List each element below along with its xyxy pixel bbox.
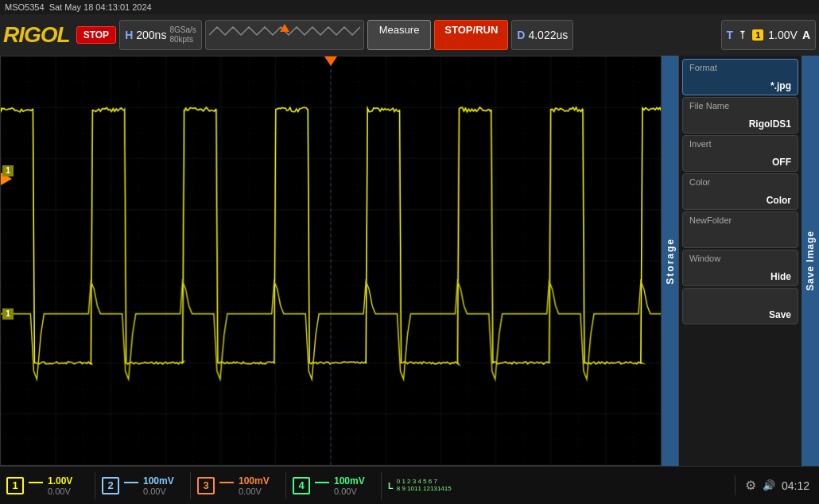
speaker-icon: 🔊 (763, 479, 775, 491)
ch1-offset: 0.00V (48, 487, 72, 496)
right-panel: Storage Format *.jpg File Name RigolDS1 … (662, 56, 819, 466)
sample-rate: 8GSa/s (169, 25, 196, 35)
status-bar: MSO5354 Sat May 18 04:13:01 2024 (0, 0, 819, 14)
ch1-voltage: 1.00V (48, 475, 72, 487)
waveform-canvas (1, 56, 661, 465)
channel-3-block[interactable]: 3 100mV 0.00V (191, 472, 286, 499)
delay-value: 4.022us (528, 29, 568, 41)
ch3-offset: 0.00V (239, 487, 270, 496)
ch3-voltage: 100mV (239, 475, 270, 487)
ch1-info: 1.00V 0.00V (48, 475, 72, 496)
ch2-voltage: 100mV (143, 475, 174, 487)
ch2-info: 100mV 0.00V (143, 475, 174, 496)
save-image-tab-label: Save Image (805, 231, 816, 291)
clock-time: 04:12 (782, 479, 809, 492)
invert-menu-item[interactable]: Invert OFF (682, 135, 798, 172)
stop-run-button[interactable]: STOP/RUN (434, 20, 508, 50)
channel-1-block[interactable]: 1 1.00V 0.00V (0, 472, 95, 499)
waveform-display: 1 1 (0, 56, 662, 466)
filename-menu-item[interactable]: File Name RigolDS1 (682, 97, 798, 134)
ch4-offset: 0.00V (334, 487, 365, 496)
invert-value: OFF (689, 157, 791, 168)
trigger-voltage: 1.00V (768, 29, 798, 41)
ch4-voltage: 100mV (334, 475, 365, 487)
ch2-icon (124, 482, 138, 490)
h-label: H (125, 29, 133, 41)
time-display-area: ⚙ 🔊 04:12 (736, 475, 819, 496)
bottom-channel-bar: 1 1.00V 0.00V 2 100mV 0.00V 3 100mV 0.00… (0, 466, 819, 504)
ch4-number: 4 (293, 477, 310, 494)
color-label: Color (689, 177, 791, 187)
d-label: D (517, 29, 525, 41)
datetime-label: Sat May 18 04:13:01 2024 (49, 2, 152, 12)
model-label: MSO5354 (5, 2, 45, 12)
trigger-channel-label: A (802, 29, 810, 41)
ch1-icon (29, 482, 43, 490)
color-menu-item[interactable]: Color Color (682, 173, 798, 210)
logic-nums: 0 1 2 3 4 5 6 7 8 9 1011 12131415 (397, 479, 452, 493)
trigger-position-marker (324, 56, 337, 66)
timebase-value: 200ns (136, 29, 166, 41)
ch3-icon (219, 482, 234, 490)
ch3-number: 3 (197, 477, 215, 494)
stop-button[interactable]: STOP (76, 26, 116, 44)
trigger-arrow-icon: ⤒ (738, 29, 747, 41)
delay-group: D 4.022us (511, 20, 573, 50)
storage-tab[interactable]: Storage (662, 56, 679, 466)
channel-4-block[interactable]: 4 100mV 0.00V (286, 472, 382, 499)
main-toolbar: RIGOL STOP H 200ns 8GSa/s 80kpts Measure… (0, 14, 819, 56)
format-menu-item[interactable]: Format *.jpg (682, 59, 798, 95)
save-image-tab[interactable]: Save Image (802, 56, 819, 466)
timebase-group: H 200ns 8GSa/s 80kpts (119, 20, 202, 50)
newfolder-menu-item[interactable]: NewFolder (682, 211, 798, 248)
measure-button[interactable]: Measure (367, 20, 432, 50)
rigol-logo: RIGOL (3, 22, 70, 48)
ch1-number: 1 (6, 477, 24, 494)
ch3-info: 100mV 0.00V (239, 475, 270, 496)
sample-pts: 80kpts (169, 35, 196, 45)
logic-block[interactable]: L 0 1 2 3 4 5 6 7 8 9 1011 12131415 (382, 475, 736, 496)
format-value: *.jpg (689, 80, 791, 91)
ch1-lower-marker: 1 (2, 308, 14, 320)
window-label: Window (689, 254, 791, 263)
ch4-info: 100mV 0.00V (334, 475, 365, 496)
logic-nums-bot: 8 9 1011 12131415 (397, 486, 452, 493)
ch2-offset: 0.00V (143, 487, 174, 496)
newfolder-label: NewFolder (689, 215, 791, 225)
trigger-channel-num: 1 (752, 29, 763, 41)
logic-label: L (388, 481, 394, 490)
ch4-icon (315, 482, 329, 490)
invert-label: Invert (689, 139, 791, 149)
trigger-group: T ⤒ 1 1.00V A (721, 20, 816, 50)
window-menu-item[interactable]: Window Hide (682, 250, 798, 286)
color-value: Color (689, 195, 791, 206)
save-menu-item[interactable]: Save (682, 288, 798, 324)
window-value: Hide (689, 271, 791, 282)
menu-items-container: Format *.jpg File Name RigolDS1 Invert O… (679, 56, 802, 466)
usb-icon: ⚙ (745, 478, 756, 493)
storage-tab-label: Storage (665, 238, 676, 285)
save-value: Save (689, 309, 791, 320)
ch1-marker: 1 (2, 165, 14, 176)
filename-label: File Name (689, 101, 791, 110)
trigger-position-bar (205, 20, 364, 50)
ch2-number: 2 (102, 477, 119, 494)
channel-2-block[interactable]: 2 100mV 0.00V (95, 472, 191, 499)
t-label: T (727, 29, 734, 41)
format-label: Format (689, 63, 791, 72)
filename-value: RigolDS1 (689, 118, 791, 130)
